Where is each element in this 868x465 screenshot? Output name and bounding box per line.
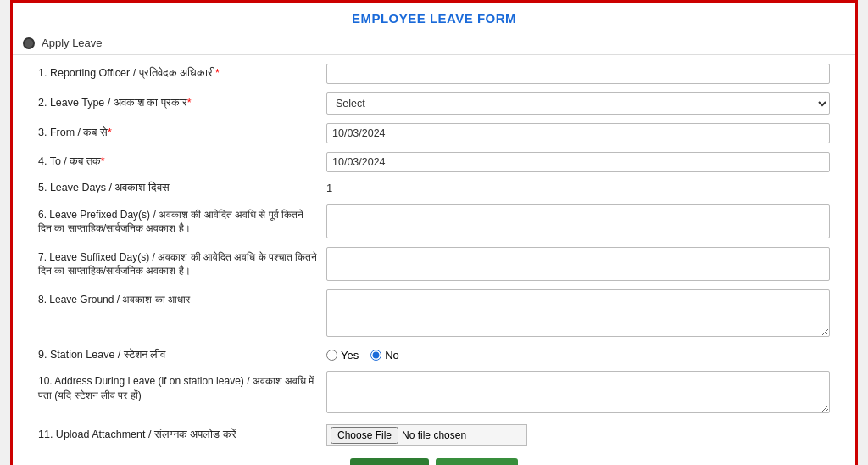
form-title: EMPLOYEE LEAVE FORM — [13, 3, 855, 31]
leave-suffixed-control — [326, 247, 830, 281]
button-row: SUBMIT CANCEL — [38, 458, 830, 465]
from-date-row: 3. From / कब से* 10/03/2024 — [38, 123, 830, 143]
required-star-2: * — [187, 97, 192, 109]
leave-ground-control — [326, 289, 830, 339]
cancel-button[interactable]: CANCEL — [436, 458, 518, 465]
leave-suffixed-row: 7. Leave Suffixed Day(s) / अवकाश की आवेद… — [38, 247, 830, 281]
leave-ground-label: 8. Leave Ground / अवकाश का आधार — [38, 289, 326, 307]
leave-type-control: Select Casual Leave Medical Leave Earned… — [326, 92, 830, 115]
leave-prefixed-label: 6. Leave Prefixed Day(s) / अवकाश की आवेद… — [38, 204, 326, 237]
to-date-input[interactable]: 10/03/2024 — [326, 152, 830, 172]
upload-attachment-row: 11. Upload Attachment / संलग्नक अपलोड कर… — [38, 424, 830, 446]
file-upload-input[interactable] — [326, 424, 527, 446]
station-leave-no-radio[interactable] — [370, 350, 381, 361]
from-label: 3. From / कब से* — [38, 126, 326, 141]
reporting-officer-input[interactable] — [326, 64, 830, 84]
station-leave-control: Yes No — [326, 349, 830, 361]
upload-attachment-label: 11. Upload Attachment / संलग्नक अपलोड कर… — [38, 428, 326, 443]
upload-attachment-control — [326, 424, 830, 446]
address-during-leave-control — [326, 371, 830, 416]
file-upload-area — [326, 424, 830, 446]
apply-leave-label: Apply Leave — [42, 36, 103, 49]
from-date-control: 10/03/2024 — [326, 123, 830, 143]
to-date-control: 10/03/2024 — [326, 152, 830, 172]
leave-suffixed-label: 7. Leave Suffixed Day(s) / अवकाश की आवेद… — [38, 247, 326, 279]
leave-prefixed-input[interactable] — [326, 204, 830, 238]
reporting-officer-label: 1. Reporting Officer / प्रतिवेदक अधिकारी… — [38, 66, 326, 81]
leave-suffixed-input[interactable] — [326, 247, 830, 281]
station-leave-row: 9. Station Leave / स्टेशन लीव Yes No — [38, 348, 830, 363]
leave-ground-row: 8. Leave Ground / अवकाश का आधार — [38, 289, 830, 339]
employee-leave-form: EMPLOYEE LEAVE FORM Apply Leave 1. Repor… — [10, 0, 858, 465]
leave-days-value: 1 — [326, 178, 332, 198]
leave-prefixed-control — [326, 204, 830, 238]
required-star-4: * — [101, 155, 105, 167]
from-date-input[interactable]: 10/03/2024 — [326, 123, 830, 143]
to-date-row: 4. To / कब तक* 10/03/2024 — [38, 152, 830, 172]
leave-days-label: 5. Leave Days / अवकाश दिवस — [38, 181, 326, 196]
address-during-leave-row: 10. Address During Leave (if on station … — [38, 371, 830, 416]
reporting-officer-control — [326, 64, 830, 84]
apply-leave-dot-icon — [23, 37, 35, 49]
apply-leave-header: Apply Leave — [13, 31, 855, 55]
leave-prefixed-row: 6. Leave Prefixed Day(s) / अवकाश की आवेद… — [38, 204, 830, 238]
leave-ground-textarea[interactable] — [326, 289, 830, 337]
address-during-leave-textarea[interactable] — [326, 371, 830, 413]
station-leave-radio-group: Yes No — [326, 349, 830, 361]
required-star-3: * — [108, 126, 112, 138]
station-leave-yes-label[interactable]: Yes — [326, 349, 359, 361]
required-star-1: * — [215, 67, 220, 79]
station-leave-yes-radio[interactable] — [326, 350, 337, 361]
station-leave-label: 9. Station Leave / स्टेशन लीव — [38, 348, 326, 363]
leave-type-label: 2. Leave Type / अवकाश का प्रकार* — [38, 96, 326, 111]
to-label: 4. To / कब तक* — [38, 154, 326, 170]
form-body: 1. Reporting Officer / प्रतिवेदक अधिकारी… — [13, 55, 855, 465]
leave-days-row: 5. Leave Days / अवकाश दिवस 1 — [38, 181, 830, 196]
leave-days-control: 1 — [326, 182, 830, 194]
leave-type-select[interactable]: Select Casual Leave Medical Leave Earned… — [326, 92, 830, 115]
address-during-leave-label: 10. Address During Leave (if on station … — [38, 371, 326, 403]
station-leave-no-label[interactable]: No — [370, 349, 399, 361]
leave-type-row: 2. Leave Type / अवकाश का प्रकार* Select … — [38, 92, 830, 115]
reporting-officer-row: 1. Reporting Officer / प्रतिवेदक अधिकारी… — [38, 64, 830, 84]
submit-button[interactable]: SUBMIT — [350, 458, 429, 465]
